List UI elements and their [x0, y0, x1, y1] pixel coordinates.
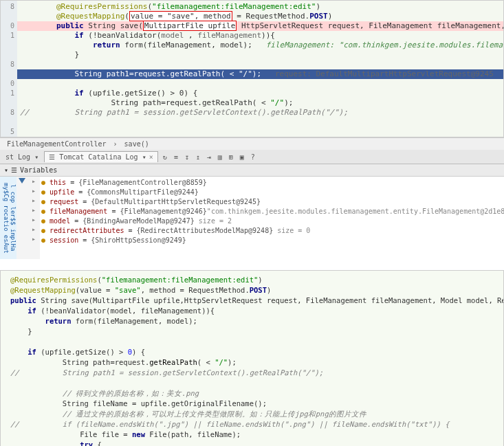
- toolbar-icon[interactable]: ↧: [182, 151, 193, 162]
- variables-header: ▾ ☰ Variables: [0, 164, 504, 177]
- chevron-icon: ▾: [142, 153, 146, 161]
- toolbar-icon[interactable]: ↻: [160, 151, 171, 162]
- code-line[interactable]: @RequiresPermissions("filemanagement:fil…: [8, 275, 496, 285]
- code-line[interactable]: return form(fileManagement, model); file…: [17, 41, 503, 50]
- tab-st-log[interactable]: st Log ▾: [1, 152, 43, 162]
- code-line[interactable]: File file = new File(path, fileName);: [8, 430, 496, 440]
- toolbar-icon[interactable]: ≡: [171, 151, 182, 162]
- code-line[interactable]: }: [17, 50, 503, 60]
- variable-row[interactable]: ● this = {FileManagementController@8859}: [40, 178, 504, 188]
- toolbar-icon[interactable]: ▥: [215, 151, 226, 162]
- code-line[interactable]: try {: [8, 440, 496, 446]
- code-line[interactable]: !public String save(MultipartFile upfile…: [17, 21, 503, 31]
- code-line[interactable]: public String save(MultipartFile upfile,…: [8, 296, 496, 306]
- code-line[interactable]: // 通过文件的原始名称，可以对上传文件类型做限制。如：只能上传jpg和png的…: [8, 409, 496, 419]
- code-line[interactable]: String path=request.getRealPath( < "/");: [8, 357, 496, 368]
- variables-panel: l cop ler$$ inplHa my$Cg rocatio esAut ▸…: [0, 177, 504, 259]
- expand-icon[interactable]: ▸: [28, 234, 40, 244]
- bottom-code-editor[interactable]: @RequiresPermissions("filemanagement:fil…: [0, 270, 504, 446]
- code-line[interactable]: if (!beanValidator(model, fileManagement…: [8, 306, 496, 316]
- code-line[interactable]: [17, 79, 503, 89]
- filter-icon[interactable]: [19, 178, 25, 183]
- variable-toggles: ▸▸▸▸▸▸▸: [28, 177, 40, 259]
- toolbar-icon[interactable]: ⊞: [226, 151, 237, 162]
- toolbar-icon[interactable]: ▣: [237, 151, 248, 162]
- code-line[interactable]: if (upfile.getSize() > 0) {: [8, 347, 496, 357]
- variable-row[interactable]: ● redirectAttributes = {RedirectAttribut…: [40, 226, 504, 236]
- code-line[interactable]: @RequestMapping(value = "save", method =…: [17, 12, 503, 21]
- chevron-icon: ▾: [34, 153, 39, 161]
- code-line[interactable]: // 得到文件的原始名称，如：美女.png: [8, 388, 496, 399]
- variable-row[interactable]: ● upfile = {CommonsMultipartFile@9244}: [40, 188, 504, 197]
- code-line[interactable]: // String path1 = session.getServletCont…: [17, 108, 503, 118]
- code-line[interactable]: @RequestMapping(value = "save", method =…: [8, 285, 496, 296]
- editor-code-area[interactable]: @RequiresPermissions("filemanagement:fil…: [17, 1, 503, 137]
- code-line[interactable]: @RequiresPermissions("filemanagement:fil…: [17, 2, 503, 12]
- expand-icon[interactable]: ▸: [28, 186, 40, 196]
- code-line[interactable]: // if (fileName.endsWith(".jpg") || file…: [8, 419, 496, 430]
- code-line[interactable]: [17, 60, 503, 69]
- expand-icon[interactable]: ▸: [28, 205, 40, 215]
- code-line[interactable]: [8, 378, 496, 388]
- variable-row[interactable]: ● model = {BindingAwareModelMap@9247} si…: [40, 216, 504, 226]
- variable-row[interactable]: ● request = {DefaultMultipartHttpServlet…: [40, 197, 504, 207]
- code-line[interactable]: String path=request.getRealPath( < "/");: [17, 98, 503, 108]
- expand-icon[interactable]: ▸: [28, 196, 40, 205]
- code-line[interactable]: String fileName = upfile.getOriginalFile…: [8, 399, 496, 409]
- top-code-editor: 80180185 @RequiresPermissions("filemanag…: [0, 0, 504, 137]
- code-line[interactable]: return form(fileManagement, model);: [8, 316, 496, 326]
- editor-gutter: 80180185: [1, 1, 17, 137]
- expand-icon[interactable]: ▸: [28, 225, 40, 234]
- breadcrumb-sep: ›: [113, 140, 118, 148]
- code-line[interactable]: }: [8, 326, 496, 337]
- variables-label: Variables: [20, 166, 57, 174]
- toolbar-icon[interactable]: ?: [248, 151, 259, 162]
- toolbar-icon[interactable]: ⇥: [204, 151, 215, 162]
- code-line[interactable]: // String path1 = session.getServletCont…: [8, 368, 496, 378]
- code-line[interactable]: [8, 337, 496, 347]
- expand-icon[interactable]: ▸: [28, 215, 40, 225]
- close-icon[interactable]: ×: [149, 153, 153, 161]
- chevron-down-icon[interactable]: ▾: [4, 166, 8, 174]
- code-line[interactable]: if (upfile.getSize() > 0) {: [17, 89, 503, 98]
- breadcrumb-method[interactable]: save(): [124, 140, 149, 148]
- code-line[interactable]: if (!beanValidator(model , fileManagemen…: [17, 31, 503, 41]
- expand-icon[interactable]: ▸: [28, 177, 40, 186]
- code-line[interactable]: [17, 118, 503, 127]
- debug-tab-bar: st Log ▾ ☰ Tomcat Catalina Log ▾× ↻≡↧↥⇥▥…: [0, 150, 504, 164]
- variable-row[interactable]: ● fileManagement = {FileManagement@9246}…: [40, 207, 504, 216]
- code-line[interactable]: String path1=request.getRealPath( < "/")…: [17, 69, 503, 79]
- variable-row[interactable]: ● session = {ShiroHttpSession@9249}: [40, 236, 504, 245]
- variable-tree[interactable]: ● this = {FileManagementController@8859}…: [40, 177, 504, 259]
- frame-side-label: l cop ler$$ inplHa my$Cg rocatio esAut: [0, 177, 17, 259]
- breadcrumb: FileManagementController › save(): [0, 137, 504, 150]
- tab-catalina-log[interactable]: ☰ Tomcat Catalina Log ▾×: [44, 151, 158, 162]
- toolbar-icon[interactable]: ↥: [193, 151, 204, 162]
- breadcrumb-class[interactable]: FileManagementController: [7, 140, 107, 148]
